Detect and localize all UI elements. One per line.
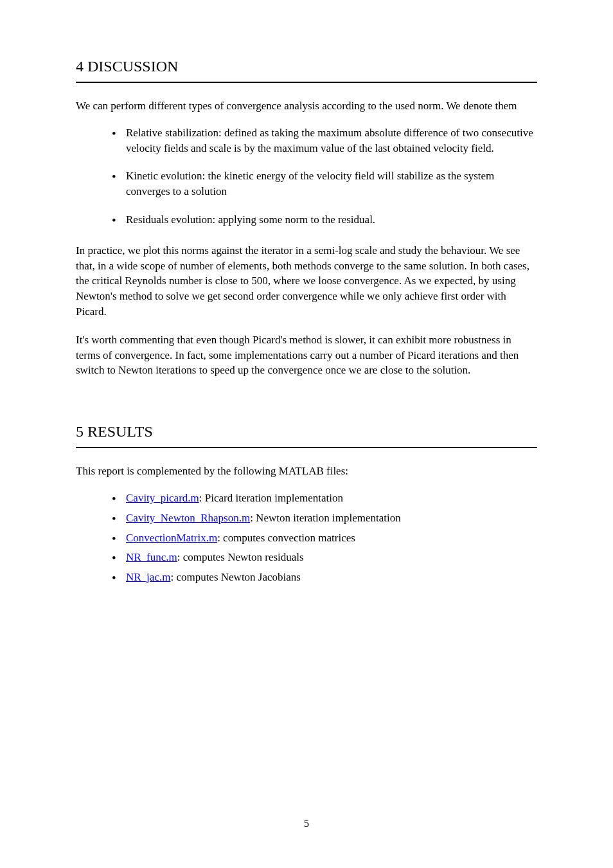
list-item: ConvectionMatrix.m: computes convection … bbox=[112, 530, 537, 546]
discussion-bullet-list: Relative stabilization: defined as takin… bbox=[76, 125, 537, 228]
file-link-nr-jac[interactable]: NR_jac.m bbox=[126, 571, 170, 583]
list-item: Cavity_Newton_Rhapson.m: Newton iteratio… bbox=[112, 511, 537, 526]
section-discussion: 4 DISCUSSION We can perform different ty… bbox=[76, 58, 537, 378]
file-desc: : Newton iteration implementation bbox=[250, 512, 401, 524]
heading-divider bbox=[76, 82, 537, 83]
file-link-cavity-picard[interactable]: Cavity_picard.m bbox=[126, 492, 199, 504]
results-intro: This report is complemented by the follo… bbox=[76, 464, 537, 479]
list-item: Residuals evolution: applying some norm … bbox=[112, 212, 537, 228]
discussion-heading: 4 DISCUSSION bbox=[76, 58, 537, 75]
list-item: Relative stabilization: defined as takin… bbox=[112, 125, 537, 156]
file-desc: : computes Newton residuals bbox=[177, 551, 304, 563]
list-item: Kinetic evolution: the kinetic energy of… bbox=[112, 168, 537, 199]
list-item: NR_func.m: computes Newton residuals bbox=[112, 550, 537, 565]
list-item: Cavity_picard.m: Picard iteration implem… bbox=[112, 491, 537, 506]
page-number: 5 bbox=[304, 818, 309, 829]
list-item: NR_jac.m: computes Newton Jacobians bbox=[112, 570, 537, 585]
heading-divider bbox=[76, 447, 537, 448]
discussion-paragraph-2: It's worth commenting that even though P… bbox=[76, 332, 537, 378]
results-heading: 5 RESULTS bbox=[76, 423, 537, 440]
file-desc: : Picard iteration implementation bbox=[199, 492, 343, 504]
discussion-paragraph-1: In practice, we plot this norms against … bbox=[76, 243, 537, 320]
discussion-intro: We can perform different types of conver… bbox=[76, 98, 537, 114]
file-link-cavity-newton[interactable]: Cavity_Newton_Rhapson.m bbox=[126, 512, 250, 524]
file-desc: : computes Newton Jacobians bbox=[170, 571, 301, 583]
file-link-nr-func[interactable]: NR_func.m bbox=[126, 551, 177, 563]
file-link-convection-matrix[interactable]: ConvectionMatrix.m bbox=[126, 532, 217, 544]
section-results: 5 RESULTS This report is complemented by… bbox=[76, 423, 537, 585]
results-file-list: Cavity_picard.m: Picard iteration implem… bbox=[76, 491, 537, 585]
file-desc: : computes convection matrices bbox=[217, 532, 355, 544]
